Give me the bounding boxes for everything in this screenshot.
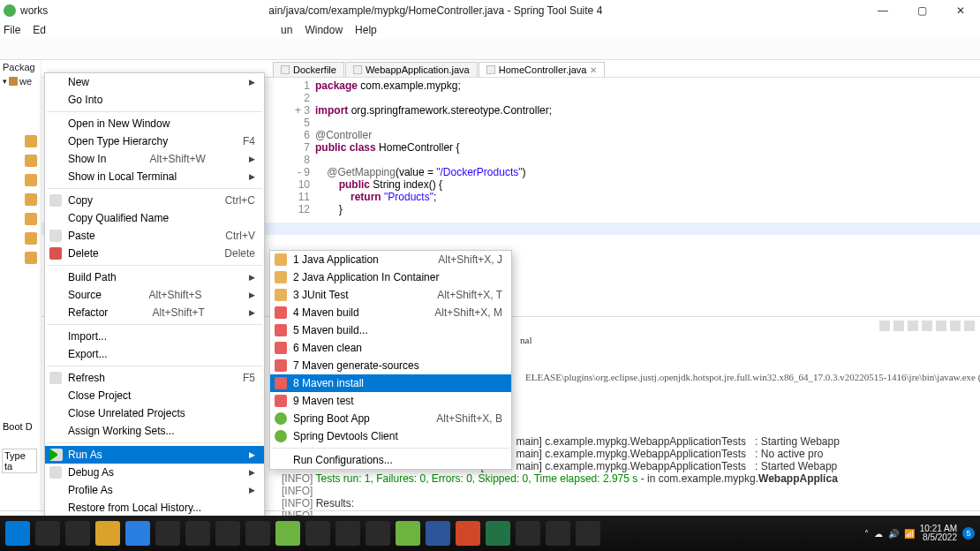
menu-item[interactable]: Debug As▶ — [45, 464, 264, 481]
taskbar-item[interactable] — [366, 521, 390, 546]
taskbar-item[interactable] — [275, 521, 300, 546]
menu-item[interactable]: DeleteDelete — [45, 245, 264, 262]
menu-item[interactable]: Show InAlt+Shift+W▶ — [45, 150, 264, 168]
tray-cloud-icon[interactable]: ☁ — [874, 529, 883, 539]
taskbar-item[interactable] — [185, 521, 210, 546]
menu-item[interactable]: 6 Maven clean — [270, 339, 511, 357]
console-tab-label[interactable]: nal — [520, 335, 531, 345]
tree-icon[interactable] — [25, 252, 37, 264]
maximize-button[interactable]: ▢ — [902, 0, 941, 21]
tree-icon[interactable] — [25, 213, 37, 225]
taskbar-item[interactable] — [456, 521, 480, 546]
tree-icon[interactable] — [25, 174, 37, 186]
tree-icon[interactable] — [25, 232, 37, 245]
editor-tab[interactable]: Dockerfile — [273, 62, 344, 77]
tray-volume-icon[interactable]: 🔊 — [888, 529, 899, 539]
console-toolbar-icon[interactable] — [922, 321, 932, 331]
taskbar-item[interactable] — [576, 521, 600, 546]
taskbar-item[interactable] — [215, 521, 240, 546]
menu-item[interactable]: Restore from Local History... — [45, 499, 264, 517]
menu-help[interactable]: Help — [355, 24, 377, 36]
menu-item[interactable]: PasteCtrl+V — [45, 227, 264, 245]
menu-item[interactable]: Profile As▶ — [45, 481, 264, 499]
tree-icon[interactable] — [25, 193, 37, 206]
menu-item[interactable]: Spring Devtools Client — [270, 427, 511, 445]
taskbar-item[interactable] — [426, 521, 450, 546]
menu-item[interactable]: 1 Java ApplicationAlt+Shift+X, J — [270, 251, 511, 268]
menu-item[interactable]: Spring Boot AppAlt+Shift+X, B — [270, 410, 511, 427]
editor-tab-label: WebappApplication.java — [366, 64, 470, 75]
j-icon — [275, 271, 287, 283]
menu-item[interactable]: 7 Maven generate-sources — [270, 357, 511, 374]
menu-item-label: Source — [68, 289, 102, 301]
menu-item[interactable]: Open in New Window — [45, 115, 264, 132]
taskbar-item[interactable] — [155, 521, 180, 546]
menu-edit[interactable]: Ed — [33, 24, 46, 36]
taskbar-item[interactable] — [305, 521, 330, 546]
menu-item[interactable]: 4 Maven buildAlt+Shift+X, M — [270, 304, 511, 321]
project-name[interactable]: we — [19, 76, 32, 87]
package-explorer-tab[interactable]: Packag — [0, 60, 41, 74]
menu-item[interactable]: 3 JUnit TestAlt+Shift+X, T — [270, 286, 511, 304]
menu-item[interactable]: Copy Qualified Name — [45, 209, 264, 227]
editor-tab[interactable]: HomeController.java✕ — [479, 62, 606, 77]
menu-item[interactable]: Import... — [45, 328, 264, 345]
tray-chevron-icon[interactable]: ˄ — [864, 529, 869, 539]
taskbar-item[interactable] — [516, 521, 540, 546]
taskbar-item[interactable] — [245, 521, 270, 546]
tree-icon[interactable] — [25, 155, 37, 167]
taskbar-item[interactable] — [396, 521, 420, 546]
window-title-prefix: works — [20, 4, 48, 17]
menu-item[interactable]: Export... — [45, 345, 264, 363]
tray-wifi-icon[interactable]: 📶 — [904, 529, 915, 539]
taskbar-item[interactable] — [35, 521, 60, 546]
taskbar-item[interactable] — [65, 521, 90, 546]
menu-item[interactable]: Close Unrelated Projects — [45, 404, 264, 422]
menu-item[interactable]: 8 Maven install — [270, 374, 511, 392]
menu-item[interactable]: Build Path▶ — [45, 268, 264, 286]
console-toolbar-icon[interactable] — [950, 321, 961, 331]
menu-item[interactable]: Run Configurations... — [270, 451, 511, 469]
taskbar-item[interactable] — [546, 521, 570, 546]
menu-item[interactable]: Run As▶ — [45, 446, 264, 464]
menu-item[interactable]: RefactorAlt+Shift+T▶ — [45, 304, 264, 321]
boot-dashboard-tab[interactable]: Boot D — [0, 420, 35, 433]
expand-icon[interactable]: ▾ — [3, 77, 7, 86]
editor-tab[interactable]: WebappApplication.java — [345, 62, 478, 77]
start-button[interactable] — [5, 521, 30, 546]
menu-run[interactable]: un — [281, 24, 292, 36]
menu-item[interactable]: Go Into — [45, 91, 264, 109]
console-toolbar-icon[interactable] — [908, 321, 918, 331]
taskbar-item[interactable] — [125, 521, 150, 546]
menu-window[interactable]: Window — [305, 24, 343, 36]
menu-item[interactable]: Close Project — [45, 387, 264, 404]
taskbar-item[interactable] — [486, 521, 510, 546]
tree-icon[interactable] — [25, 135, 37, 147]
menu-item-label: 1 Java Application — [293, 253, 379, 266]
menu-item[interactable]: Assign Working Sets... — [45, 422, 264, 440]
menu-item[interactable]: 5 Maven build... — [270, 321, 511, 339]
menu-file[interactable]: File — [4, 24, 20, 36]
taskbar-item[interactable] — [95, 521, 120, 546]
menu-item[interactable]: 2 Java Application In Container — [270, 268, 511, 286]
console-toolbar-icon[interactable] — [964, 321, 975, 331]
menu-item[interactable]: SourceAlt+Shift+S▶ — [45, 286, 264, 304]
menu-item[interactable]: 9 Maven test — [270, 392, 511, 410]
minimize-button[interactable]: — — [863, 0, 902, 21]
menu-shortcut: Alt+Shift+X, M — [408, 306, 502, 319]
close-tab-icon[interactable]: ✕ — [590, 65, 597, 75]
notification-badge[interactable]: 5 — [962, 527, 975, 540]
console-toolbar-icon[interactable] — [893, 321, 904, 331]
menu-item[interactable]: Show in Local Terminal▶ — [45, 168, 264, 185]
console-toolbar-icon[interactable] — [936, 321, 946, 331]
menu-item[interactable]: RefreshF5 — [45, 369, 264, 387]
console-toolbar-icon[interactable] — [879, 321, 890, 331]
filter-input[interactable]: Type ta — [2, 449, 37, 473]
clock[interactable]: 10:21 AM 8/5/2022 — [920, 525, 957, 543]
taskbar-item[interactable] — [335, 521, 360, 546]
menu-item[interactable]: Open Type HierarchyF4 — [45, 132, 264, 150]
menu-item[interactable]: CopyCtrl+C — [45, 192, 264, 209]
menu-item[interactable]: New▶ — [45, 73, 264, 91]
submenu-arrow-icon: ▶ — [222, 155, 255, 163]
close-button[interactable]: ✕ — [941, 0, 980, 21]
